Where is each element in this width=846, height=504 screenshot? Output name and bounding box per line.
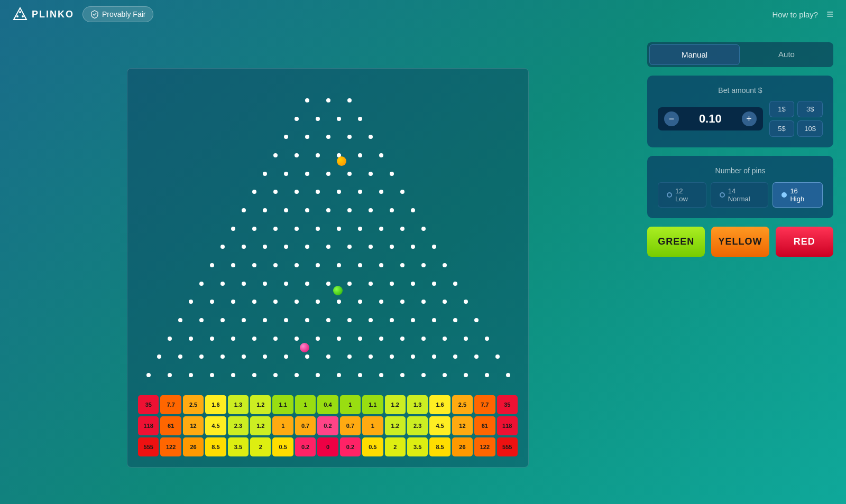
pin-dot [284, 245, 288, 249]
pin-dot [284, 282, 288, 286]
pin-dot [369, 208, 373, 212]
score-cell-yellow: 12 [183, 416, 204, 435]
red-bet-button[interactable]: RED [776, 227, 833, 257]
pin-dot [379, 300, 383, 304]
pin-dot [411, 318, 415, 322]
pin-dot [305, 135, 309, 139]
quick-bet-1[interactable]: 1$ [769, 101, 795, 117]
green-score-row: 357.72.51.61.31.21.110.411.11.21.31.62.5… [138, 395, 518, 414]
right-panel: Manual Auto Bet amount $ − 0.10 + 1$ 3$ … [635, 32, 846, 267]
pin-option-16-high[interactable]: 16 High [773, 182, 823, 208]
pin-dot [326, 172, 330, 176]
pin-dot [231, 227, 235, 231]
quick-bet-10[interactable]: 10$ [797, 120, 823, 137]
tab-auto[interactable]: Auto [742, 44, 831, 65]
menu-icon[interactable]: ≡ [826, 7, 833, 21]
pin-dot [326, 98, 330, 102]
pin-dot [347, 245, 352, 249]
score-cell-green: 1 [295, 395, 316, 414]
pin-dot [210, 337, 214, 341]
pin-dot [263, 282, 267, 286]
pin-label-12-low: 12 Low [675, 187, 697, 203]
pin-dot [358, 300, 362, 304]
score-cell-red: 2 [250, 437, 271, 456]
pin-dot [390, 354, 394, 359]
pin-dot [400, 373, 404, 377]
bet-increase-button[interactable]: + [742, 111, 757, 126]
pin-dot [369, 354, 373, 359]
provably-fair-button[interactable]: Provably Fair [82, 6, 153, 22]
score-cell-yellow: 4.5 [205, 416, 226, 435]
green-bet-button[interactable]: GREEN [647, 227, 705, 257]
pin-dot [421, 337, 426, 341]
pin-dot [295, 373, 299, 377]
red-score-row: 555122268.53.520.50.200.20.523.58.526122… [138, 437, 518, 456]
pin-dot [379, 153, 383, 157]
pin-dot [379, 373, 383, 377]
bet-decrease-button[interactable]: − [664, 111, 679, 126]
pin-label-16-high: 16 High [790, 187, 814, 203]
score-cell-yellow: 2.3 [407, 416, 428, 435]
pin-dot [210, 373, 214, 377]
pin-dot [432, 282, 436, 286]
tab-manual[interactable]: Manual [649, 44, 740, 65]
quick-bet-5[interactable]: 5$ [769, 120, 795, 137]
pin-dot [316, 337, 320, 341]
pin-dot [369, 172, 373, 176]
plinko-board [138, 79, 519, 391]
score-cell-green: 1.2 [385, 395, 406, 414]
score-cell-yellow: 118 [138, 416, 159, 435]
pin-dot [316, 117, 320, 121]
score-cell-yellow: 12 [452, 416, 473, 435]
pins-panel: Number of pins 12 Low 14 Normal 16 High [647, 156, 833, 218]
score-cell-green: 2.5 [183, 395, 204, 414]
score-cell-green: 7.7 [160, 395, 181, 414]
yellow-bet-button[interactable]: YELLOW [711, 227, 769, 257]
how-to-play-link[interactable]: How to play? [772, 10, 818, 19]
pin-dot [252, 227, 256, 231]
pin-dot [263, 245, 267, 249]
pin-dot [421, 300, 426, 304]
pin-dot [316, 190, 320, 194]
pin-dot [178, 318, 182, 322]
svg-point-1 [19, 11, 21, 13]
pin-dot [157, 354, 161, 359]
pin-option-14-normal[interactable]: 14 Normal [711, 182, 769, 208]
color-buttons: GREEN YELLOW RED [647, 227, 833, 257]
pin-dot [252, 190, 256, 194]
pin-radio-16-high [781, 192, 787, 198]
pins-options: 12 Low 14 Normal 16 High [658, 182, 823, 208]
pin-dot [242, 354, 246, 359]
pin-dot [168, 373, 172, 377]
score-cell-red: 8.5 [429, 437, 450, 456]
pin-dot [432, 245, 436, 249]
pin-option-12-low[interactable]: 12 Low [658, 182, 706, 208]
pin-dot [273, 373, 278, 377]
pin-dot [485, 373, 489, 377]
pin-dot [273, 190, 278, 194]
score-cell-green: 35 [138, 395, 159, 414]
pin-dot [305, 98, 309, 102]
score-cell-red: 3.5 [228, 437, 249, 456]
pin-dot [495, 354, 500, 359]
score-rows: 357.72.51.61.31.21.110.411.11.21.31.62.5… [138, 395, 518, 456]
pin-dot [295, 153, 299, 157]
pin-dot [390, 282, 394, 286]
score-cell-yellow: 1 [362, 416, 383, 435]
score-cell-yellow: 61 [160, 416, 181, 435]
shield-icon [90, 10, 99, 18]
score-cell-green: 1.6 [429, 395, 450, 414]
pin-dot [347, 318, 352, 322]
score-cell-red: 2 [385, 437, 406, 456]
game-board-container: 357.72.51.61.31.21.110.411.11.21.31.62.5… [0, 32, 635, 504]
pin-dot [337, 373, 341, 377]
pin-dot [347, 172, 352, 176]
pin-dot [474, 354, 479, 359]
quick-bet-3[interactable]: 3$ [797, 101, 823, 117]
pin-dot [411, 208, 415, 212]
svg-marker-0 [14, 8, 26, 20]
pin-dot [178, 354, 182, 359]
pin-dot [400, 227, 404, 231]
pin-dot [400, 337, 404, 341]
pin-dot [474, 318, 479, 322]
